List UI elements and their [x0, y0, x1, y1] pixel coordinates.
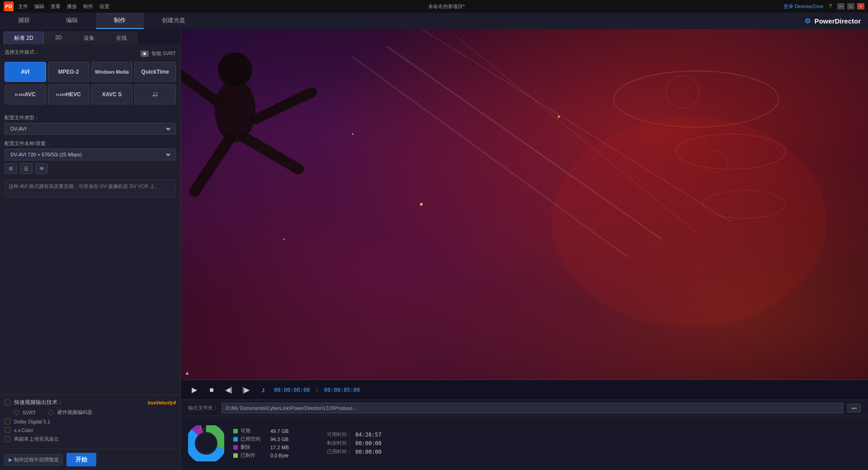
close-btn[interactable]: ✕ [857, 3, 864, 9]
format-btn-avi[interactable]: AVI [5, 62, 46, 82]
time-sep: / [316, 387, 317, 393]
upload-subtitles-label: 将副本上传至讯连云 [14, 436, 59, 442]
smart-svrt-icon: ▣ [141, 51, 149, 57]
stat-remaining-time: 剩余时间： 00:00:00 [320, 440, 382, 446]
profile-type-select[interactable]: DV-AVIMPEG-2WMV [5, 123, 176, 135]
format-section-label: 选择文件格式： [5, 49, 39, 56]
hardware-encoder-label: 硬件视频编码器 [57, 409, 92, 416]
profile-quality-label: 配置文件名称/质量： [5, 140, 176, 147]
svg-point-7 [558, 116, 560, 118]
format-btn-wmv[interactable]: Windows Media [91, 62, 133, 82]
export-bar: 输出文件夹： D:\My Documents\CyberLink\PowerDi… [181, 400, 868, 416]
main-nav: 捕获 编辑 制作 创建光盘 ⊙ PowerDirector [0, 13, 868, 29]
profile-type-label: 配置文件类型： [5, 114, 176, 121]
window-controls: — □ ✕ [837, 3, 864, 9]
left-panel: 标准 2D 3D 设备 在线 选择文件格式： ▣ 智能 SVRT AVI MPE… [0, 29, 181, 470]
subtab-online[interactable]: 在线 [106, 32, 137, 44]
fast-video-label: 快速视频输出技术： [14, 399, 63, 406]
menu-view[interactable]: 查看 [51, 3, 61, 10]
director-zone-link[interactable]: 登录 DirectorZone [783, 3, 824, 10]
hardware-encoder-radio[interactable] [48, 410, 54, 415]
stat-available-time: 可用时间： 04:26:57 [320, 431, 382, 438]
prev-frame-btn[interactable]: ◀| [222, 384, 235, 396]
fast-video-option: 快速视频输出技术： trueVelocity4 [5, 399, 176, 406]
format-btn-audio[interactable]: ♩♩ [134, 85, 176, 104]
menu-settings[interactable]: 设置 [99, 3, 109, 10]
dolby-checkbox[interactable] [5, 418, 10, 424]
upload-subtitles-option: 将副本上传至讯连云 [5, 436, 176, 442]
svrt-radio[interactable] [14, 410, 19, 415]
menu-produce[interactable]: 制作 [83, 3, 93, 10]
upload-subtitles-checkbox[interactable] [5, 436, 10, 442]
dancer-silhouette [181, 52, 312, 192]
svg-point-3 [666, 75, 698, 108]
available-time-label: 可用时间： [320, 431, 352, 438]
menu-play[interactable]: 播放 [67, 3, 77, 10]
stop-btn[interactable]: ■ [205, 384, 218, 396]
subtab-standard-2d[interactable]: 标准 2D [4, 32, 44, 44]
config-eye-btn[interactable]: 👁 [35, 163, 48, 174]
format-btn-xavcs[interactable]: XAVC S [91, 85, 133, 104]
profile-quality-section: 配置文件名称/质量： DV-AVI 720 × 576/50i (25 Mbps… [0, 137, 180, 177]
stop-icon: ■ [209, 386, 214, 394]
total-time: 00:00:05:00 [324, 387, 360, 393]
profile-type-dropdown[interactable]: DV-AVIMPEG-2WMV [9, 126, 172, 132]
project-title: 未命名的新项目* [428, 3, 465, 10]
format-btn-avc[interactable]: H.264AVC [5, 85, 46, 104]
next-frame-btn[interactable]: |▶ [240, 384, 252, 396]
help-btn[interactable]: ? [829, 3, 832, 9]
svrt-label: SVRT [23, 410, 36, 415]
config-list-btn[interactable]: ☰ [20, 163, 33, 174]
more-options-btn[interactable]: ••• [847, 404, 861, 413]
right-panel: ▲ ▶ ■ ◀| |▶ ♪ 00:00:00:00 / 00:00:05:00 [181, 29, 868, 470]
subtab-3d[interactable]: 3D [45, 32, 72, 44]
current-time: 00:00:00:00 [274, 387, 310, 393]
svg-line-18 [244, 137, 298, 169]
tab-edit[interactable]: 编辑 [48, 13, 96, 29]
video-canvas [181, 29, 868, 380]
menu-file[interactable]: 文件 [18, 3, 28, 10]
start-produce-btn[interactable]: 开始 [66, 453, 96, 466]
playback-bar: ▶ ■ ◀| |▶ ♪ 00:00:00:00 / 00:00:05:00 [181, 380, 868, 400]
next-frame-icon: |▶ [242, 385, 250, 394]
svg-point-6 [352, 133, 354, 135]
preview-during-produce-btn[interactable]: ▶ 制作过程中启用预览 [5, 454, 63, 465]
sub-tabs: 标准 2D 3D 设备 在线 [0, 29, 180, 44]
format-btn-quicktime[interactable]: QuickTime [134, 62, 176, 82]
xvcolor-option: x.v.Color [5, 427, 176, 433]
gear-icon: ⚙ [9, 166, 13, 172]
prev-frame-icon: ◀| [225, 385, 232, 394]
xvcolor-checkbox[interactable] [5, 427, 10, 433]
minimize-btn[interactable]: — [837, 3, 844, 9]
format-btn-hevc[interactable]: H.265HEVC [48, 85, 90, 104]
tab-produce[interactable]: 制作 [96, 13, 144, 29]
title-bar: PD 文件 编辑 查看 播放 制作 设置 未命名的新项目* 登录 Directo… [0, 0, 868, 13]
maximize-btn[interactable]: □ [847, 3, 854, 9]
play-icon: ▶ [192, 385, 197, 394]
remaining-time-value: 00:00:00 [355, 440, 382, 446]
description-box: 这种 AVI 格式拥有高质量音频，可存放在 DV 摄像机或 DV VCR 上。 [5, 179, 176, 197]
list-icon: ☰ [24, 166, 28, 172]
audio-btn[interactable]: ♪ [257, 384, 269, 396]
subtab-device[interactable]: 设备 [73, 32, 105, 44]
svg-line-15 [181, 56, 217, 101]
legend-available: 可用 49.7 GB [233, 428, 302, 434]
fast-video-checkbox[interactable] [5, 400, 10, 405]
produced-dot [233, 453, 238, 458]
profile-quality-select[interactable]: DV-AVI 720 × 576/50i (25 Mbps) [5, 149, 176, 160]
config-gear-btn[interactable]: ⚙ [5, 163, 17, 174]
time-stats: 可用时间： 04:26:57 剩余时间： 00:00:00 已用时间： 00:0… [320, 431, 382, 455]
menu-edit[interactable]: 编辑 [34, 3, 44, 10]
play-btn[interactable]: ▶ [188, 384, 201, 396]
pd-logo-icon: ⊙ [805, 17, 811, 25]
produced-value: 0.0 Byte [270, 453, 302, 458]
options-section: 快速视频输出技术： trueVelocity4 SVRT 硬件视频编码器 Dol… [0, 395, 180, 449]
tab-capture[interactable]: 捕获 [0, 13, 48, 29]
format-btn-mpeg2[interactable]: MPEG-2 [48, 62, 90, 82]
profile-quality-dropdown[interactable]: DV-AVI 720 × 576/50i (25 Mbps) [9, 151, 172, 158]
disk-chart [188, 425, 224, 461]
svg-point-14 [218, 52, 252, 87]
tab-create-disk[interactable]: 创建光盘 [144, 13, 203, 29]
svrt-option: SVRT 硬件视频编码器 [5, 409, 176, 416]
export-path: D:\My Documents\CyberLink\PowerDirector\… [222, 403, 844, 414]
